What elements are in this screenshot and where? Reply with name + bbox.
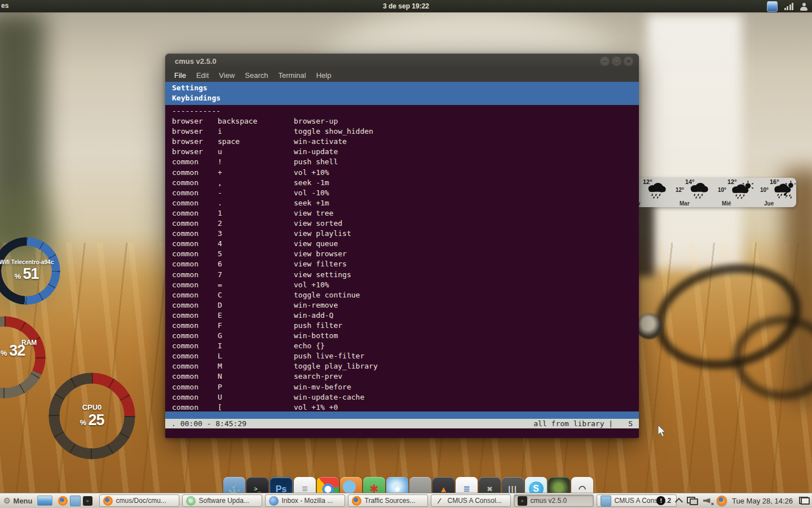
menu-edit[interactable]: Edit	[191, 71, 214, 80]
wifi-gauge-widget[interactable]: Wifi Telecentro-a94c % 51	[0, 237, 60, 305]
network-displays-icon[interactable]	[687, 497, 698, 505]
keybinding-row[interactable]: commonEwin-add-Q	[172, 310, 639, 321]
keybinding-context: common	[172, 392, 218, 402]
keybinding-action: toggle play_library	[294, 361, 378, 371]
keybinding-key: -	[218, 188, 294, 198]
keybinding-row[interactable]: common6view filters	[172, 259, 639, 269]
menu-file[interactable]: File	[169, 71, 191, 80]
keybinding-row[interactable]: browseritoggle show_hidden	[172, 126, 639, 137]
keybinding-row[interactable]: browserbackspacebrowser-up	[172, 116, 639, 126]
keybinding-row[interactable]: common!push shell	[172, 157, 639, 167]
keybinding-context: common	[172, 310, 218, 321]
cpu-gauge-value: % 25	[80, 411, 104, 429]
taskbar-window-button[interactable]: Traffic Sources...	[348, 494, 428, 507]
cpu-gauge-widget[interactable]: CPU0 % 25	[48, 373, 135, 459]
keybinding-row[interactable]: commonCtoggle continue	[172, 290, 639, 300]
menu-button[interactable]: ⚙ Menu	[0, 496, 37, 505]
taskbar-window-button[interactable]: >cmus v2.5.0	[514, 494, 594, 507]
menu-help[interactable]: Help	[311, 71, 337, 80]
taskbar-window-label: Software Upda...	[199, 497, 249, 505]
keybinding-row[interactable]: common,seek -1m	[172, 178, 639, 188]
keybinding-action: vol +10%	[294, 280, 329, 290]
window-titlebar[interactable]: cmus v2.5.0 – □ ×	[165, 54, 639, 69]
keybinding-row[interactable]: commonLpush live-filter	[172, 351, 639, 361]
edit-icon: ∕	[435, 496, 444, 506]
keybinding-context: common	[172, 229, 218, 239]
keybinding-row[interactable]: common1view tree	[172, 208, 639, 218]
keybinding-row[interactable]: common5view browser	[172, 249, 639, 259]
weather-widget[interactable]: 12°v14°12°Mar12°10°Mié16°10°Jue	[627, 178, 796, 207]
cmus-view-header: Settings Keybindings	[165, 82, 639, 105]
workspace-switcher-icon[interactable]	[799, 497, 810, 505]
notification-icon[interactable]: !	[656, 496, 665, 505]
keybinding-row[interactable]: common2view sorted	[172, 218, 639, 229]
keybinding-key: 1	[218, 208, 294, 218]
signal-strength-icon[interactable]	[784, 3, 794, 10]
menu-view[interactable]: View	[214, 71, 240, 80]
keybinding-action: view browser	[294, 249, 347, 259]
keybinding-action: win-update-cache	[294, 392, 364, 402]
taskbar-clock[interactable]: Tue May 28, 14:26	[732, 497, 793, 505]
maximize-button[interactable]: □	[612, 56, 621, 66]
keybinding-action: win-mv-before	[294, 382, 351, 392]
keybinding-row[interactable]: browserspacewin-activate	[172, 137, 639, 147]
volume-muted-icon[interactable]	[703, 497, 712, 505]
taskbar-window-label: CMUS A Consol...	[448, 497, 502, 505]
menu-search[interactable]: Search	[240, 71, 273, 80]
keybinding-action: win-remove	[294, 300, 338, 310]
terminal-launcher-icon[interactable]: >	[83, 496, 92, 506]
close-button[interactable]: ×	[624, 56, 633, 66]
keybinding-row[interactable]: commonNsearch-prev	[172, 371, 639, 382]
keybinding-row[interactable]: common7view settings	[172, 270, 639, 280]
keybinding-row[interactable]: commonGwin-bottom	[172, 331, 639, 341]
weather-low-temp: 12°	[676, 187, 684, 193]
keybinding-row[interactable]: common4view queue	[172, 239, 639, 249]
keybinding-context: common	[172, 270, 218, 280]
keybinding-row[interactable]: common3view playlist	[172, 229, 639, 239]
keybinding-row[interactable]: common+vol +10%	[172, 168, 639, 178]
cmus-command-line[interactable]	[165, 428, 639, 437]
ram-gauge-widget[interactable]: RAM % 32	[0, 316, 46, 398]
desktop: es 3 de sep 19:22 Wifi Telecentro-a94c %…	[0, 0, 812, 508]
chevron-up-icon[interactable]	[675, 497, 683, 505]
keybinding-row[interactable]: commonFpush filter	[172, 321, 639, 331]
keybinding-key: +	[218, 168, 294, 178]
taskbar-window-button[interactable]: ↻Software Upda...	[182, 494, 262, 507]
keybinding-row[interactable]: commonIecho {}	[172, 341, 639, 351]
keybinding-key: N	[218, 371, 294, 382]
cmus-terminal-window[interactable]: cmus v2.5.0 – □ × FileEditViewSearchTerm…	[165, 54, 639, 438]
taskbar-window-button[interactable]: Inbox - Mozilla ...	[265, 494, 345, 507]
keybinding-row[interactable]: common=vol +10%	[172, 280, 639, 290]
show-desktop-button[interactable]	[37, 496, 52, 506]
minimize-button[interactable]: –	[600, 56, 610, 66]
folder-icon	[601, 496, 611, 506]
taskbar-window-button[interactable]: ∕CMUS A Consol...	[431, 494, 511, 507]
taskbar-window-button[interactable]: cmus/Doc/cmu...	[99, 494, 179, 507]
keybinding-key: space	[218, 137, 294, 147]
cmus-tab-settings[interactable]: Settings	[172, 83, 639, 93]
folder-launcher-icon[interactable]	[70, 496, 81, 506]
firefox-tray-icon[interactable]	[717, 496, 727, 506]
keybinding-row[interactable]: commonMtoggle play_library	[172, 361, 639, 371]
keybinding-row[interactable]: commonPwin-mv-before	[172, 382, 639, 392]
weather-day: 12°10°Mié	[712, 178, 754, 207]
keybinding-key: D	[218, 300, 294, 310]
panel-clock[interactable]: 3 de sep 19:22	[0, 2, 812, 10]
firefox-launcher-icon[interactable]	[58, 496, 68, 506]
user-icon[interactable]	[800, 3, 807, 11]
keybinding-row[interactable]: common-vol -10%	[172, 188, 639, 198]
keybinding-key: I	[218, 341, 294, 351]
cmus-tab-keybindings[interactable]: Keybindings	[172, 93, 639, 103]
keybinding-row[interactable]: commonDwin-remove	[172, 300, 639, 310]
keybinding-key: i	[218, 126, 294, 137]
terminal-menubar: FileEditViewSearchTerminalHelp	[165, 69, 639, 82]
keybinding-row[interactable]: commonUwin-update-cache	[172, 392, 639, 402]
app-window-icon[interactable]	[767, 1, 778, 12]
weather-day-label: Jue	[764, 200, 774, 207]
taskbar-window-label: cmus v2.5.0	[531, 497, 567, 505]
firefox-icon	[103, 496, 113, 506]
weather-low-temp: 10°	[718, 187, 726, 193]
menu-terminal[interactable]: Terminal	[273, 71, 311, 80]
keybinding-row[interactable]: browseruwin-update	[172, 147, 639, 157]
keybinding-row[interactable]: common.seek +1m	[172, 198, 639, 208]
